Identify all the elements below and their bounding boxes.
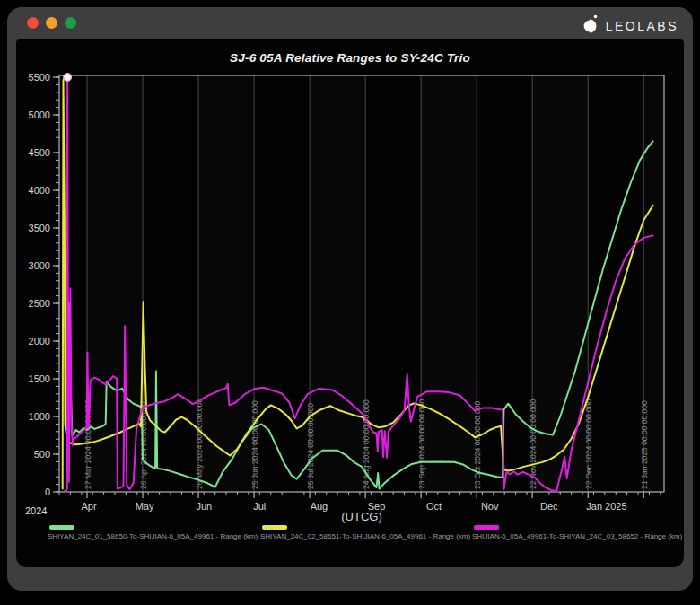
svg-text:Oct: Oct <box>426 501 442 512</box>
x-axis-year-label: 2024 <box>25 505 47 516</box>
svg-text:2500: 2500 <box>29 298 50 309</box>
svg-text:Jun: Jun <box>196 501 212 512</box>
maximize-button[interactable] <box>65 17 76 29</box>
x-axis-title: (UTCG) <box>299 510 424 523</box>
legend-swatch-green <box>49 525 74 530</box>
window-controls <box>27 17 76 29</box>
legend-item-yellow: SHIYAN_24C_02_58651-To-SHIJIAN-6_05A_499… <box>260 525 470 540</box>
legend-item-green: SHIYAN_24C_01_58650-To-SHIJIAN-6_05A_499… <box>48 525 258 540</box>
chart-panel: SJ-6 05A Relative Ranges to SY-24C Trio … <box>16 39 684 567</box>
svg-text:500: 500 <box>34 449 50 460</box>
svg-text:5000: 5000 <box>29 110 50 120</box>
svg-text:24 Aug 2024 00:00:00.000: 24 Aug 2024 00:00:00.000 <box>362 399 371 489</box>
legend-item-magenta: SHIJIAN-6_05A_49961-To-SHIYAN_24C_03_586… <box>472 525 682 540</box>
svg-text:26 May 2024 00:00:00.000: 26 May 2024 00:00:00.000 <box>195 399 204 489</box>
leolabs-logo-text: LEOLABS <box>606 19 678 33</box>
legend-label-green: SHIYAN_24C_01_58650-To-SHIJIAN-6_05A_499… <box>48 532 258 540</box>
svg-text:3000: 3000 <box>29 260 50 271</box>
svg-text:3500: 3500 <box>29 223 50 233</box>
app-window: LEOLABS SJ-6 05A Relative Ranges to SY-2… <box>7 7 693 591</box>
svg-text:Nov: Nov <box>481 501 499 512</box>
svg-text:23 Oct 2024 00:00:00.000: 23 Oct 2024 00:00:00.000 <box>473 400 482 489</box>
svg-text:4000: 4000 <box>29 185 50 196</box>
svg-text:2000: 2000 <box>29 336 50 346</box>
svg-text:Dec: Dec <box>540 501 558 512</box>
leolabs-brand: LEOLABS <box>581 13 678 38</box>
svg-text:May: May <box>136 501 154 512</box>
legend-label-magenta: SHIJIAN-6_05A_49961-To-SHIYAN_24C_03_586… <box>472 532 682 540</box>
legend-label-yellow: SHIYAN_24C_02_58651-To-SHIJIAN-6_05A_499… <box>260 532 470 540</box>
legend-swatch-yellow <box>262 525 287 530</box>
svg-text:1500: 1500 <box>29 373 50 384</box>
chart-legend: SHIYAN_24C_01_58650-To-SHIJIAN-6_05A_499… <box>16 525 684 556</box>
svg-text:1000: 1000 <box>29 411 50 422</box>
minimize-button[interactable] <box>46 17 57 29</box>
svg-text:21 Jan 2025 00:00:00.000: 21 Jan 2025 00:00:00.000 <box>640 400 649 489</box>
legend-swatch-magenta <box>474 525 499 530</box>
range-plot[interactable]: 27 Mar 2024 00:00:00.00026 Apr 2024 00:0… <box>16 39 684 567</box>
svg-text:25 Jun 2024 00:00:00.000: 25 Jun 2024 00:00:00.000 <box>250 400 259 489</box>
svg-text:23 Sep 2024 00:00:00.000: 23 Sep 2024 00:00:00.000 <box>417 399 426 489</box>
svg-text:5500: 5500 <box>29 72 50 83</box>
window-titlebar: LEOLABS <box>7 7 693 39</box>
svg-text:4500: 4500 <box>29 147 50 158</box>
close-button[interactable] <box>27 17 39 29</box>
svg-text:0: 0 <box>45 487 50 497</box>
svg-text:Apr: Apr <box>82 501 97 512</box>
svg-text:Jan 2025: Jan 2025 <box>586 501 626 512</box>
svg-text:Jul: Jul <box>253 501 266 512</box>
svg-text:22 Dec 2024 00:00:00.000: 22 Dec 2024 00:00:00.000 <box>584 399 593 489</box>
leolabs-logo-icon <box>581 13 599 38</box>
